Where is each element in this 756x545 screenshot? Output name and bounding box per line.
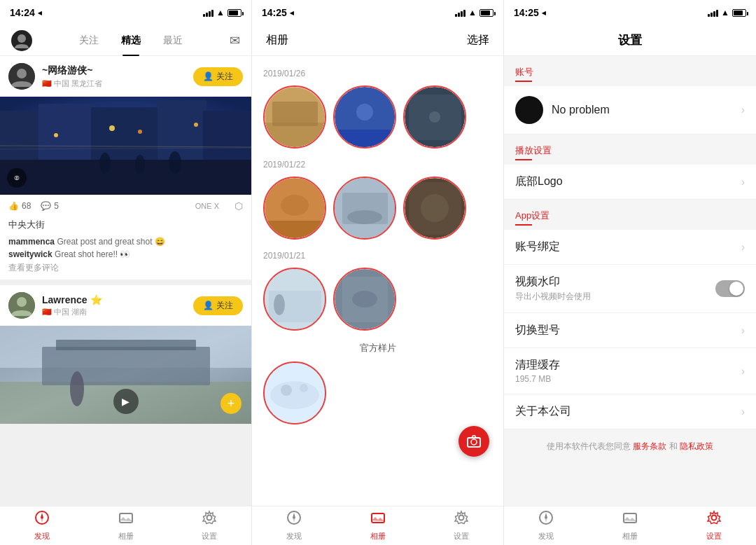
follow-btn-1[interactable]: 👤 关注 [193, 67, 243, 86]
settings-model-text: 切换型号 [515, 323, 741, 338]
tab-recent[interactable]: 最近 [152, 25, 194, 56]
discover-feed[interactable]: ~网络游侠~ 🇨🇳 中国 黑龙江省 👤 关注 [0, 56, 251, 506]
nav-item-album-2[interactable]: 相册 [336, 506, 420, 545]
nav-item-settings-1[interactable]: 设置 [167, 506, 251, 545]
svg-rect-6 [38, 104, 94, 160]
album-wrapper: 2019/01/26 20 [252, 56, 503, 506]
nav-label-album-2: 相册 [370, 531, 386, 541]
status-bar-2: 14:25 ◂ ▲ [252, 0, 503, 25]
signal-icon-3 [708, 8, 718, 17]
settings-item-about[interactable]: 关于本公司 › [504, 394, 756, 429]
card-location-2: 🇨🇳 中国 湖南 [42, 307, 193, 317]
photo-row-3 [263, 268, 492, 331]
comment-icon-1: 💬 [41, 201, 51, 211]
signal-icon-1 [203, 8, 214, 17]
nav-item-settings-3[interactable]: 设置 [672, 506, 756, 545]
svg-rect-9 [203, 111, 251, 160]
svg-point-18 [169, 151, 181, 174]
settings-watermark-label: 视频水印 [515, 275, 715, 289]
svg-point-55 [352, 291, 377, 308]
user-avatar-nav[interactable] [11, 30, 32, 51]
discover-nav: 关注 精选 最近 ✉ [0, 25, 251, 56]
date-label-2: 2019/01/22 [263, 160, 492, 170]
panel-settings: 14:25 ◂ ▲ 设置 账号 No problem › 播放设置 底部Logo [504, 0, 756, 545]
settings-bind-text: 账号绑定 [515, 240, 741, 254]
nav-item-discover-1[interactable]: 发现 [0, 506, 84, 545]
settings-icon-1 [202, 510, 217, 529]
nav-item-discover-3[interactable]: 发现 [504, 506, 588, 545]
tab-follow[interactable]: 关注 [68, 25, 110, 56]
nav-item-album-3[interactable]: 相册 [588, 506, 672, 545]
card-brand-1: ONE X [195, 202, 219, 210]
card-stats-1: 👍 68 💬 5 ONE X ⬡ [0, 195, 251, 217]
settings-item-switch-model[interactable]: 切换型号 › [504, 313, 756, 348]
select-btn[interactable]: 选择 [467, 33, 489, 48]
photo-row-official [263, 361, 492, 425]
camera-fab[interactable] [458, 426, 489, 457]
card-avatar-2[interactable] [8, 292, 35, 319]
card-comment-1: mammenca Great post and great shot 😄 [0, 235, 251, 248]
photo-circle-3[interactable] [403, 85, 466, 149]
svg-point-40 [429, 111, 440, 123]
nav-label-settings-1: 设置 [202, 531, 217, 541]
card-image-2[interactable]: ▶ + [0, 326, 251, 424]
settings-footer: 使用本软件代表您同意 服务条款 和 隐私政策 [504, 429, 756, 464]
time-3: 14:25 [514, 7, 539, 18]
svg-point-10 [54, 133, 58, 137]
panel-discover: 14:24 ◂ ▲ 关注 精选 最近 ✉ [0, 0, 252, 545]
card-image-1[interactable]: ⦿ [0, 97, 251, 195]
svg-rect-65 [372, 513, 384, 523]
album-icon-3 [622, 510, 638, 529]
settings-item-cache[interactable]: 清理缓存 195.7 MB › [504, 348, 756, 394]
photo-circle-official[interactable] [263, 361, 326, 425]
card-username-1[interactable]: ~网络游侠~ [42, 64, 193, 77]
photo-circle-2[interactable] [333, 85, 396, 149]
svg-point-36 [356, 104, 373, 120]
card-user-info-1: ~网络游侠~ 🇨🇳 中国 黑龙江省 [42, 64, 193, 89]
nav-item-discover-2[interactable]: 发现 [252, 506, 336, 545]
svg-point-16 [99, 153, 111, 174]
plus-badge-2[interactable]: + [220, 393, 241, 414]
tab-featured[interactable]: 精选 [110, 25, 152, 56]
nav-item-settings-2[interactable]: 设置 [419, 506, 503, 545]
card-username-2: Lawrence ⭐ [42, 294, 193, 305]
photo-circle-8[interactable] [333, 268, 396, 331]
terms-link[interactable]: 服务条款 [633, 441, 666, 451]
photo-circle-5[interactable] [333, 177, 396, 240]
more-comments-link-1[interactable]: 查看更多评论 [0, 261, 251, 280]
share-icon-1[interactable]: ⬡ [234, 200, 243, 212]
likes-stat-1[interactable]: 👍 68 [8, 201, 31, 211]
privacy-link[interactable]: 隐私政策 [680, 441, 713, 451]
chevron-icon-model: › [741, 324, 745, 337]
follow-icon-1: 👤 [203, 71, 214, 81]
photo-circle-7[interactable] [263, 268, 326, 331]
like-icon-1: 👍 [8, 201, 19, 211]
photo-circle-4[interactable] [263, 177, 326, 240]
watermark-toggle[interactable] [715, 280, 745, 297]
nav-item-album-1[interactable]: 相册 [84, 506, 168, 545]
settings-item-user[interactable]: No problem › [504, 86, 756, 134]
play-btn-2[interactable]: ▶ [113, 389, 139, 414]
card-header-1: ~网络游侠~ 🇨🇳 中国 黑龙江省 👤 关注 [0, 56, 251, 97]
svg-rect-4 [0, 160, 251, 195]
card-avatar-1[interactable] [8, 63, 35, 90]
time-1: 14:24 [10, 7, 35, 18]
mail-icon[interactable]: ✉ [230, 33, 240, 48]
user-avatar-settings [515, 96, 543, 124]
settings-watermark-sublabel: 导出小视频时会使用 [515, 291, 715, 303]
photo-circle-6[interactable] [403, 177, 466, 240]
status-icons-1: ▲ [203, 8, 241, 18]
comments-stat-1[interactable]: 💬 5 [41, 201, 59, 211]
time-2: 14:25 [262, 7, 287, 18]
svg-point-46 [347, 210, 382, 224]
album-folder: 官方样片 [263, 342, 492, 425]
photo-circle-1[interactable] [263, 85, 326, 149]
follow-btn-2[interactable]: 👤 关注 [193, 296, 243, 315]
svg-rect-8 [158, 100, 206, 160]
settings-item-account-bind[interactable]: 账号绑定 › [504, 230, 756, 265]
card-comment-2: sweitywick Great shot here!! 👀 [0, 248, 251, 261]
svg-point-42 [281, 195, 309, 216]
svg-point-26 [70, 371, 84, 406]
settings-item-bottomlogo[interactable]: 底部Logo › [504, 165, 756, 200]
status-icons-3: ▲ [708, 8, 746, 18]
